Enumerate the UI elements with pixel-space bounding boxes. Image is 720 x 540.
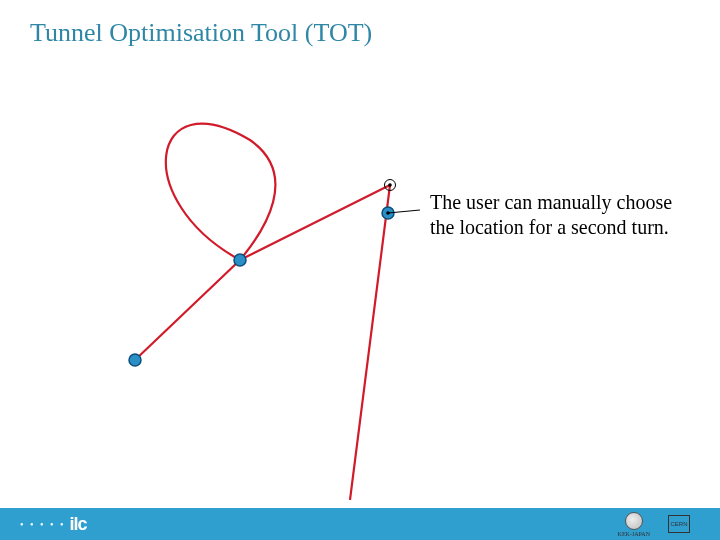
tunnel-diagram bbox=[90, 100, 490, 500]
ilc-logo: ilc bbox=[70, 514, 87, 535]
control-point[interactable] bbox=[129, 354, 141, 366]
control-point[interactable] bbox=[234, 254, 246, 266]
footer-bar: • • • • • ilc KEK-JAPAN CERN bbox=[0, 508, 720, 540]
cern-label: CERN bbox=[670, 521, 687, 527]
tunnel-path bbox=[135, 124, 390, 500]
footer-left: • • • • • ilc bbox=[20, 514, 87, 535]
endpoint-marker bbox=[388, 183, 392, 187]
slide: Tunnel Optimisation Tool (TOT) The user … bbox=[0, 0, 720, 540]
globe-icon bbox=[625, 512, 643, 530]
kek-label: KEK-JAPAN bbox=[618, 531, 650, 537]
cern-logo: CERN bbox=[668, 515, 690, 533]
caption-text: The user can manually choose the locatio… bbox=[430, 190, 690, 240]
slide-title: Tunnel Optimisation Tool (TOT) bbox=[30, 18, 372, 48]
kek-logo: KEK-JAPAN bbox=[618, 512, 650, 537]
footer-right: KEK-JAPAN CERN bbox=[618, 512, 690, 537]
dots-icon: • • • • • bbox=[20, 519, 66, 530]
